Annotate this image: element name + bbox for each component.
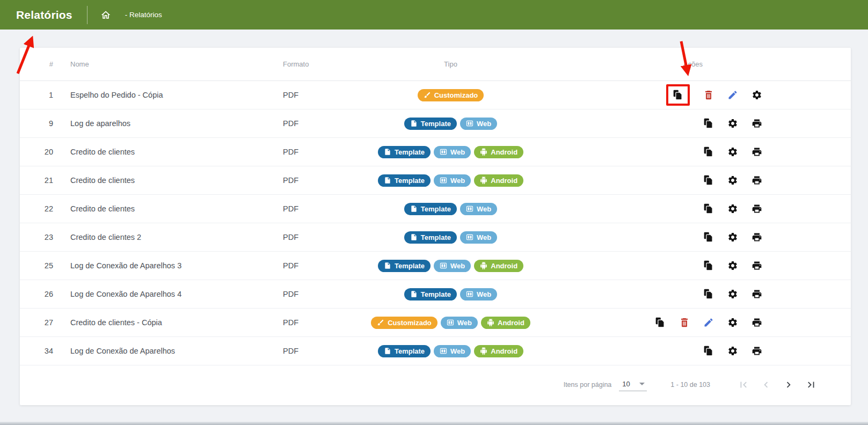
table-row: 27Credito de clientes - CópiaPDFCustomiz… xyxy=(20,309,851,337)
columns-icon xyxy=(466,290,473,298)
print-action-button[interactable] xyxy=(752,118,762,129)
settings-action-button[interactable] xyxy=(727,232,738,243)
type-badge-android: Android xyxy=(474,174,523,187)
badge-label: Web xyxy=(477,205,491,213)
gear-icon xyxy=(727,289,738,299)
copy-action-button[interactable] xyxy=(703,203,714,214)
row-actions xyxy=(535,175,851,186)
report-type-badges: TemplateWebAndroid xyxy=(366,146,535,158)
edit-action-button[interactable] xyxy=(703,317,714,328)
settings-action-button[interactable] xyxy=(727,346,738,356)
row-number: 9 xyxy=(20,119,57,128)
column-header-tipo: Tipo xyxy=(366,60,535,68)
gear-icon xyxy=(752,90,762,100)
first-page-button[interactable] xyxy=(737,378,750,391)
delete-action-button[interactable] xyxy=(679,317,690,328)
next-page-button[interactable] xyxy=(782,378,795,391)
report-name: Log de Conexão de Aparelhos 4 xyxy=(57,290,269,298)
bottom-edge-strip xyxy=(0,422,868,425)
columns-icon xyxy=(440,148,447,156)
badge-label: Template xyxy=(395,148,425,156)
table-row: 9Log de aparelhosPDFTemplateWeb xyxy=(20,109,851,138)
delete-action-button[interactable] xyxy=(703,90,714,100)
badge-label: Web xyxy=(477,120,491,128)
type-badge-web: Web xyxy=(460,288,497,301)
report-type-badges: Customizado xyxy=(366,89,535,101)
printer-icon xyxy=(752,260,762,271)
badge-label: Template xyxy=(421,205,451,213)
copy-icon xyxy=(703,203,714,214)
document-icon xyxy=(410,290,418,298)
type-badge-android: Android xyxy=(474,345,523,357)
table-body: 1Espelho do Pedido - CópiaPDFCustomizado… xyxy=(20,81,851,365)
print-action-button[interactable] xyxy=(752,203,762,214)
print-action-button[interactable] xyxy=(752,317,762,328)
print-action-button[interactable] xyxy=(752,346,762,356)
type-badge-web: Web xyxy=(460,231,497,244)
settings-action-button[interactable] xyxy=(727,146,738,157)
copy-action-button[interactable] xyxy=(703,146,714,157)
copy-action-button[interactable] xyxy=(703,232,714,243)
copy-action-button[interactable] xyxy=(703,260,714,271)
badge-label: Template xyxy=(395,262,425,270)
printer-icon xyxy=(752,175,762,186)
chevron-right-icon xyxy=(783,379,794,391)
items-per-page-select[interactable]: 10 xyxy=(619,379,647,391)
type-badge-web: Web xyxy=(460,118,497,130)
print-action-button[interactable] xyxy=(752,232,762,243)
print-action-button[interactable] xyxy=(752,260,762,271)
columns-icon xyxy=(466,205,473,213)
badge-label: Web xyxy=(450,177,465,185)
table-row: 20Credito de clientesPDFTemplateWebAndro… xyxy=(20,138,851,166)
previous-page-button[interactable] xyxy=(760,378,772,391)
print-action-button[interactable] xyxy=(752,175,762,186)
settings-action-button[interactable] xyxy=(727,175,738,186)
badge-label: Android xyxy=(491,347,517,355)
report-format: PDF xyxy=(269,119,366,128)
settings-action-button[interactable] xyxy=(727,289,738,299)
last-page-button[interactable] xyxy=(805,378,818,391)
columns-icon xyxy=(447,319,454,326)
android-icon xyxy=(480,347,487,355)
copy-action-button[interactable] xyxy=(703,118,714,129)
row-actions xyxy=(535,289,851,299)
report-format: PDF xyxy=(269,290,366,298)
edit-action-button[interactable] xyxy=(727,90,738,100)
home-breadcrumb-link[interactable] xyxy=(100,10,111,20)
settings-action-button[interactable] xyxy=(752,90,762,100)
gear-icon xyxy=(727,175,738,186)
report-type-badges: TemplateWeb xyxy=(366,203,535,215)
type-badge-web: Web xyxy=(441,317,478,329)
copy-action-button[interactable] xyxy=(673,90,683,100)
report-format: PDF xyxy=(269,233,366,241)
report-type-badges: TemplateWeb xyxy=(366,288,535,301)
type-badge-template: Template xyxy=(378,260,431,272)
settings-action-button[interactable] xyxy=(727,260,738,271)
settings-action-button[interactable] xyxy=(727,118,738,129)
report-name: Credito de clientes - Cópia xyxy=(57,318,269,327)
settings-action-button[interactable] xyxy=(727,203,738,214)
copy-action-button[interactable] xyxy=(703,289,714,299)
print-action-button[interactable] xyxy=(752,146,762,157)
copy-action-button[interactable] xyxy=(703,346,714,356)
report-type-badges: TemplateWeb xyxy=(366,118,535,130)
copy-action-button[interactable] xyxy=(703,175,714,186)
type-badge-customizado: Customizado xyxy=(371,317,437,329)
copy-icon xyxy=(673,90,683,100)
copy-icon xyxy=(703,118,714,129)
badge-label: Android xyxy=(498,319,524,327)
report-name: Log de aparelhos xyxy=(57,119,269,128)
row-number: 34 xyxy=(20,347,57,355)
settings-action-button[interactable] xyxy=(727,317,738,328)
type-badge-web: Web xyxy=(434,174,471,187)
copy-action-button[interactable] xyxy=(655,317,666,328)
copy-icon xyxy=(655,317,666,328)
table-row: 21Credito de clientesPDFTemplateWebAndro… xyxy=(20,166,851,195)
gear-icon xyxy=(727,260,738,271)
type-badge-customizado: Customizado xyxy=(418,89,484,101)
breadcrumb: - Relatórios xyxy=(125,11,162,19)
type-badge-template: Template xyxy=(404,203,457,215)
row-actions xyxy=(535,232,851,243)
print-action-button[interactable] xyxy=(752,289,762,299)
android-icon xyxy=(480,262,487,269)
